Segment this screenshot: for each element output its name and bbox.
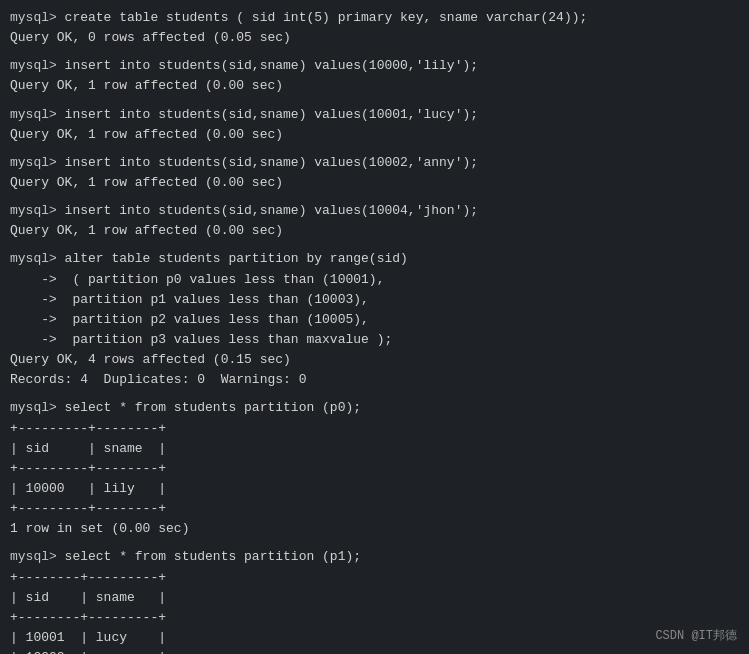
line-result-1: Query OK, 0 rows affected (0.05 sec)	[10, 28, 739, 48]
cmd-6: alter table students partition by range(…	[65, 251, 408, 266]
spacer-1	[10, 48, 739, 56]
watermark: CSDN @IT邦德	[655, 627, 737, 644]
cmd-7: select * from students partition (p0);	[65, 400, 361, 415]
prompt-8: mysql>	[10, 549, 65, 564]
prompt-1: mysql>	[10, 10, 65, 25]
line-alter-cont-3: -> partition p2 values less than (10005)…	[10, 310, 739, 330]
line-alter-cont-2: -> partition p1 values less than (10003)…	[10, 290, 739, 310]
line-result-3: Query OK, 1 row affected (0.00 sec)	[10, 125, 739, 145]
cmd-1: create table students ( sid int(5) prima…	[65, 10, 588, 25]
spacer-3	[10, 145, 739, 153]
spacer-7	[10, 539, 739, 547]
prompt-5: mysql>	[10, 203, 65, 218]
line-result-7: Records: 4 Duplicates: 0 Warnings: 0	[10, 370, 739, 390]
line-select-p0: mysql> select * from students partition …	[10, 398, 739, 418]
line-alter-cont-1: -> ( partition p0 values less than (1000…	[10, 270, 739, 290]
table-row-p1-2: | 10002 | anny |	[10, 648, 739, 654]
prompt-6: mysql>	[10, 251, 65, 266]
table-border-3: +---------+--------+	[10, 499, 739, 519]
line-result-2: Query OK, 1 row affected (0.00 sec)	[10, 76, 739, 96]
prompt-2: mysql>	[10, 58, 65, 73]
table-row-p0-1: | 10000 | lily |	[10, 479, 739, 499]
cmd-5: insert into students(sid,sname) values(1…	[65, 203, 478, 218]
spacer-5	[10, 241, 739, 249]
terminal-window: mysql> create table students ( sid int(5…	[0, 0, 749, 654]
table-header-2: | sid | sname |	[10, 588, 739, 608]
table-header-1: | sid | sname |	[10, 439, 739, 459]
line-insert-2: mysql> insert into students(sid,sname) v…	[10, 105, 739, 125]
spacer-6	[10, 390, 739, 398]
cmd-2: insert into students(sid,sname) values(1…	[65, 58, 478, 73]
line-result-6: Query OK, 4 rows affected (0.15 sec)	[10, 350, 739, 370]
table-border-5: +--------+---------+	[10, 608, 739, 628]
prompt-3: mysql>	[10, 107, 65, 122]
table-border-4: +--------+---------+	[10, 568, 739, 588]
table-border-1: +---------+--------+	[10, 419, 739, 439]
table-border-2: +---------+--------+	[10, 459, 739, 479]
line-insert-3: mysql> insert into students(sid,sname) v…	[10, 153, 739, 173]
cmd-8: select * from students partition (p1);	[65, 549, 361, 564]
prompt-4: mysql>	[10, 155, 65, 170]
table-row-p1-1: | 10001 | lucy |	[10, 628, 739, 648]
cmd-4: insert into students(sid,sname) values(1…	[65, 155, 478, 170]
line-create-table: mysql> create table students ( sid int(5…	[10, 8, 739, 28]
line-alter-cont-4: -> partition p3 values less than maxvalu…	[10, 330, 739, 350]
line-insert-4: mysql> insert into students(sid,sname) v…	[10, 201, 739, 221]
spacer-2	[10, 97, 739, 105]
line-result-5: Query OK, 1 row affected (0.00 sec)	[10, 221, 739, 241]
line-result-8: 1 row in set (0.00 sec)	[10, 519, 739, 539]
line-result-4: Query OK, 1 row affected (0.00 sec)	[10, 173, 739, 193]
cmd-3: insert into students(sid,sname) values(1…	[65, 107, 478, 122]
prompt-7: mysql>	[10, 400, 65, 415]
spacer-4	[10, 193, 739, 201]
line-alter: mysql> alter table students partition by…	[10, 249, 739, 269]
line-insert-1: mysql> insert into students(sid,sname) v…	[10, 56, 739, 76]
line-select-p1: mysql> select * from students partition …	[10, 547, 739, 567]
